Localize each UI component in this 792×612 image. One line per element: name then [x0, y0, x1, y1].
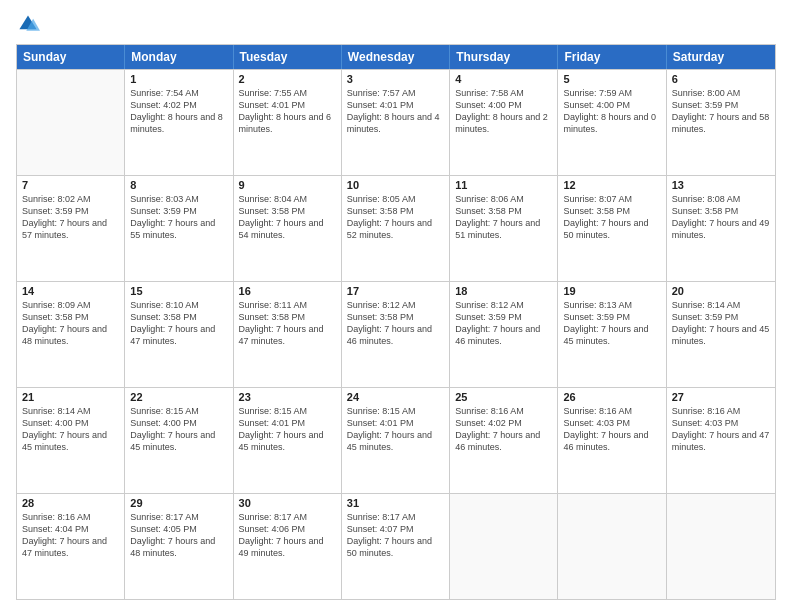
calendar-cell: 4Sunrise: 7:58 AMSunset: 4:00 PMDaylight…	[450, 70, 558, 175]
calendar-cell: 3Sunrise: 7:57 AMSunset: 4:01 PMDaylight…	[342, 70, 450, 175]
day-number: 25	[455, 391, 552, 403]
day-number: 29	[130, 497, 227, 509]
calendar-cell: 23Sunrise: 8:15 AMSunset: 4:01 PMDayligh…	[234, 388, 342, 493]
day-header-wednesday: Wednesday	[342, 45, 450, 69]
day-number: 9	[239, 179, 336, 191]
day-header-saturday: Saturday	[667, 45, 775, 69]
day-number: 3	[347, 73, 444, 85]
calendar-cell: 16Sunrise: 8:11 AMSunset: 3:58 PMDayligh…	[234, 282, 342, 387]
day-number: 10	[347, 179, 444, 191]
calendar-cell: 1Sunrise: 7:54 AMSunset: 4:02 PMDaylight…	[125, 70, 233, 175]
day-info: Sunrise: 8:03 AMSunset: 3:59 PMDaylight:…	[130, 193, 227, 242]
day-header-monday: Monday	[125, 45, 233, 69]
calendar-week-5: 28Sunrise: 8:16 AMSunset: 4:04 PMDayligh…	[17, 493, 775, 599]
calendar-cell: 19Sunrise: 8:13 AMSunset: 3:59 PMDayligh…	[558, 282, 666, 387]
calendar-week-3: 14Sunrise: 8:09 AMSunset: 3:58 PMDayligh…	[17, 281, 775, 387]
day-number: 4	[455, 73, 552, 85]
day-header-tuesday: Tuesday	[234, 45, 342, 69]
calendar-cell	[450, 494, 558, 599]
calendar-cell: 20Sunrise: 8:14 AMSunset: 3:59 PMDayligh…	[667, 282, 775, 387]
calendar-cell: 17Sunrise: 8:12 AMSunset: 3:58 PMDayligh…	[342, 282, 450, 387]
day-info: Sunrise: 7:54 AMSunset: 4:02 PMDaylight:…	[130, 87, 227, 136]
day-info: Sunrise: 8:00 AMSunset: 3:59 PMDaylight:…	[672, 87, 770, 136]
calendar-cell: 6Sunrise: 8:00 AMSunset: 3:59 PMDaylight…	[667, 70, 775, 175]
calendar-week-1: 1Sunrise: 7:54 AMSunset: 4:02 PMDaylight…	[17, 69, 775, 175]
day-info: Sunrise: 7:58 AMSunset: 4:00 PMDaylight:…	[455, 87, 552, 136]
calendar-body: 1Sunrise: 7:54 AMSunset: 4:02 PMDaylight…	[17, 69, 775, 599]
calendar-cell: 25Sunrise: 8:16 AMSunset: 4:02 PMDayligh…	[450, 388, 558, 493]
calendar-week-2: 7Sunrise: 8:02 AMSunset: 3:59 PMDaylight…	[17, 175, 775, 281]
calendar: SundayMondayTuesdayWednesdayThursdayFrid…	[16, 44, 776, 600]
day-info: Sunrise: 8:02 AMSunset: 3:59 PMDaylight:…	[22, 193, 119, 242]
header	[16, 12, 776, 36]
calendar-cell: 11Sunrise: 8:06 AMSunset: 3:58 PMDayligh…	[450, 176, 558, 281]
day-info: Sunrise: 8:11 AMSunset: 3:58 PMDaylight:…	[239, 299, 336, 348]
calendar-cell: 30Sunrise: 8:17 AMSunset: 4:06 PMDayligh…	[234, 494, 342, 599]
day-info: Sunrise: 7:55 AMSunset: 4:01 PMDaylight:…	[239, 87, 336, 136]
day-info: Sunrise: 8:16 AMSunset: 4:03 PMDaylight:…	[672, 405, 770, 454]
calendar-cell: 24Sunrise: 8:15 AMSunset: 4:01 PMDayligh…	[342, 388, 450, 493]
day-info: Sunrise: 8:14 AMSunset: 4:00 PMDaylight:…	[22, 405, 119, 454]
day-info: Sunrise: 8:17 AMSunset: 4:07 PMDaylight:…	[347, 511, 444, 560]
day-info: Sunrise: 8:15 AMSunset: 4:01 PMDaylight:…	[347, 405, 444, 454]
calendar-cell	[558, 494, 666, 599]
logo-icon	[16, 12, 40, 36]
day-info: Sunrise: 8:16 AMSunset: 4:02 PMDaylight:…	[455, 405, 552, 454]
day-number: 21	[22, 391, 119, 403]
day-info: Sunrise: 8:15 AMSunset: 4:01 PMDaylight:…	[239, 405, 336, 454]
day-number: 28	[22, 497, 119, 509]
day-info: Sunrise: 8:08 AMSunset: 3:58 PMDaylight:…	[672, 193, 770, 242]
day-header-friday: Friday	[558, 45, 666, 69]
calendar-cell: 31Sunrise: 8:17 AMSunset: 4:07 PMDayligh…	[342, 494, 450, 599]
day-header-sunday: Sunday	[17, 45, 125, 69]
logo	[16, 12, 44, 36]
day-number: 5	[563, 73, 660, 85]
calendar-cell: 14Sunrise: 8:09 AMSunset: 3:58 PMDayligh…	[17, 282, 125, 387]
day-info: Sunrise: 8:06 AMSunset: 3:58 PMDaylight:…	[455, 193, 552, 242]
day-info: Sunrise: 8:16 AMSunset: 4:04 PMDaylight:…	[22, 511, 119, 560]
calendar-cell: 10Sunrise: 8:05 AMSunset: 3:58 PMDayligh…	[342, 176, 450, 281]
day-number: 2	[239, 73, 336, 85]
page: SundayMondayTuesdayWednesdayThursdayFrid…	[0, 0, 792, 612]
day-number: 16	[239, 285, 336, 297]
day-info: Sunrise: 8:12 AMSunset: 3:58 PMDaylight:…	[347, 299, 444, 348]
day-number: 11	[455, 179, 552, 191]
day-info: Sunrise: 8:10 AMSunset: 3:58 PMDaylight:…	[130, 299, 227, 348]
day-info: Sunrise: 7:59 AMSunset: 4:00 PMDaylight:…	[563, 87, 660, 136]
calendar-cell: 8Sunrise: 8:03 AMSunset: 3:59 PMDaylight…	[125, 176, 233, 281]
day-number: 24	[347, 391, 444, 403]
day-info: Sunrise: 7:57 AMSunset: 4:01 PMDaylight:…	[347, 87, 444, 136]
day-info: Sunrise: 8:07 AMSunset: 3:58 PMDaylight:…	[563, 193, 660, 242]
calendar-cell: 27Sunrise: 8:16 AMSunset: 4:03 PMDayligh…	[667, 388, 775, 493]
calendar-cell: 15Sunrise: 8:10 AMSunset: 3:58 PMDayligh…	[125, 282, 233, 387]
day-number: 6	[672, 73, 770, 85]
calendar-cell: 13Sunrise: 8:08 AMSunset: 3:58 PMDayligh…	[667, 176, 775, 281]
day-number: 22	[130, 391, 227, 403]
calendar-cell: 2Sunrise: 7:55 AMSunset: 4:01 PMDaylight…	[234, 70, 342, 175]
calendar-cell: 12Sunrise: 8:07 AMSunset: 3:58 PMDayligh…	[558, 176, 666, 281]
day-number: 19	[563, 285, 660, 297]
day-info: Sunrise: 8:15 AMSunset: 4:00 PMDaylight:…	[130, 405, 227, 454]
day-number: 14	[22, 285, 119, 297]
day-number: 26	[563, 391, 660, 403]
day-info: Sunrise: 8:17 AMSunset: 4:05 PMDaylight:…	[130, 511, 227, 560]
day-number: 13	[672, 179, 770, 191]
calendar-header: SundayMondayTuesdayWednesdayThursdayFrid…	[17, 45, 775, 69]
day-info: Sunrise: 8:17 AMSunset: 4:06 PMDaylight:…	[239, 511, 336, 560]
day-info: Sunrise: 8:12 AMSunset: 3:59 PMDaylight:…	[455, 299, 552, 348]
calendar-cell: 29Sunrise: 8:17 AMSunset: 4:05 PMDayligh…	[125, 494, 233, 599]
calendar-cell: 28Sunrise: 8:16 AMSunset: 4:04 PMDayligh…	[17, 494, 125, 599]
calendar-cell	[667, 494, 775, 599]
day-number: 1	[130, 73, 227, 85]
day-info: Sunrise: 8:04 AMSunset: 3:58 PMDaylight:…	[239, 193, 336, 242]
day-number: 23	[239, 391, 336, 403]
calendar-cell: 18Sunrise: 8:12 AMSunset: 3:59 PMDayligh…	[450, 282, 558, 387]
day-number: 8	[130, 179, 227, 191]
day-header-thursday: Thursday	[450, 45, 558, 69]
day-number: 12	[563, 179, 660, 191]
day-info: Sunrise: 8:14 AMSunset: 3:59 PMDaylight:…	[672, 299, 770, 348]
day-number: 17	[347, 285, 444, 297]
calendar-cell: 5Sunrise: 7:59 AMSunset: 4:00 PMDaylight…	[558, 70, 666, 175]
calendar-cell: 7Sunrise: 8:02 AMSunset: 3:59 PMDaylight…	[17, 176, 125, 281]
day-number: 15	[130, 285, 227, 297]
